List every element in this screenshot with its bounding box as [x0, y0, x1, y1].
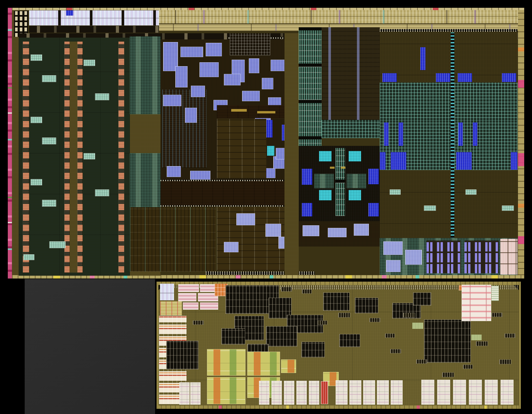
phy-lane-tile [363, 380, 375, 405]
gpu-center-spine [70, 42, 77, 273]
gpu-teal-cells [95, 189, 109, 196]
sram-patch [167, 166, 181, 177]
sram-patch [236, 213, 255, 225]
sram-vertical [458, 123, 463, 146]
royal-sram-block [511, 152, 517, 170]
pink-analog-tile [200, 302, 218, 310]
npu-cyan-tile [319, 190, 331, 200]
phy-lane-tile [284, 381, 294, 405]
phy-lane-tile [179, 382, 190, 405]
cell-cluster [317, 321, 327, 325]
pcore-sram-chunk [436, 73, 450, 82]
gpu-teal-cells [95, 93, 109, 100]
metal-fleck [231, 109, 247, 112]
white-grid-block [230, 33, 270, 55]
pcore-sram-chunk [382, 73, 397, 82]
npu-teal-grid [347, 174, 366, 188]
phy-lane-tile [336, 380, 348, 405]
purple-sram-tile [66, 10, 73, 16]
core-teal-cells [424, 206, 436, 211]
dark-sram-array [323, 293, 350, 311]
cell-cluster [499, 359, 511, 364]
pcore-sram-chunk [502, 73, 516, 82]
sram-vertical [398, 123, 403, 146]
cell-cluster [476, 341, 488, 346]
green-analog-tile [471, 335, 482, 340]
npu-blue-tile [302, 169, 312, 185]
cell-cluster [369, 318, 380, 322]
dark-sram-array [266, 326, 297, 347]
gpu-cache-grid [130, 36, 161, 114]
core-spine [451, 32, 454, 266]
lavender-sram-row [29, 10, 159, 25]
sram-patch [224, 242, 238, 252]
phy-lane-tile [437, 380, 450, 405]
performance-core-row-2 [380, 170, 517, 238]
phy-lane-tile [296, 381, 307, 405]
cell-cluster [390, 349, 401, 353]
pink-analog-block [462, 285, 491, 321]
sram-patch [163, 95, 181, 106]
core-teal-cells [390, 189, 401, 195]
pale-analog-block [160, 301, 182, 315]
pll-striped-block [160, 284, 174, 300]
npu-blue-tile [368, 203, 379, 216]
gpu-teal-cells [84, 60, 95, 66]
dark-sram-array [221, 328, 245, 344]
dark-sram-array [339, 334, 360, 347]
seal-ring-left-icon [8, 8, 12, 279]
sram-patch [242, 91, 260, 101]
seal-ring-bottom [156, 405, 521, 409]
striped-row-block [217, 119, 266, 179]
phy-lane-tile [485, 380, 498, 405]
npu-cyan-tile [319, 151, 331, 161]
cell-cluster [193, 321, 204, 325]
npu-blue-tile [302, 203, 312, 216]
sram-patch [354, 224, 369, 236]
background-mat [25, 279, 155, 414]
cell-cluster [442, 372, 454, 377]
pin-row [380, 29, 517, 32]
purple-bracket-cache [427, 241, 461, 273]
sram-patch [271, 60, 286, 71]
royal-sram-block [391, 152, 406, 170]
analog-detail-block [491, 286, 499, 301]
cell-cluster [416, 359, 427, 364]
phy-lane-tile [391, 380, 403, 405]
gpu-orange-sram-column [23, 42, 29, 273]
pink-analog-tile [183, 302, 198, 310]
pink-analog-tile [178, 284, 199, 292]
metal-fleck [330, 167, 335, 169]
sram-patch [190, 171, 210, 180]
npu-cyan-tile [349, 151, 361, 161]
dark-sram-array [166, 341, 198, 369]
sram-patch [181, 47, 203, 57]
sram-patch [405, 250, 422, 265]
phy-lane-tile [469, 380, 482, 405]
dark-sram-array [355, 298, 378, 313]
pink-analog-tile [200, 284, 215, 292]
cell-cluster [302, 289, 312, 294]
bottom-die [156, 282, 521, 409]
sram-patch [386, 260, 401, 272]
gpu-orange-sram-column [77, 42, 83, 273]
cyan-tile [267, 146, 274, 156]
cell-cluster [281, 287, 292, 291]
e-cluster-cache-band [322, 120, 380, 138]
npu-cyan-tile [349, 190, 361, 200]
pink-analog-tile [178, 293, 196, 301]
pcore-sram-strip [420, 47, 425, 70]
metal-fleck [341, 167, 345, 169]
gpu-teal-cells [42, 138, 56, 144]
pin-row [161, 205, 286, 207]
seal-ring-top [12, 8, 524, 10]
sram-underrow [29, 26, 159, 33]
cell-cluster [338, 313, 350, 317]
sram-patch [175, 66, 188, 87]
dark-sram-array [413, 293, 431, 306]
dark-sram-array [424, 320, 471, 363]
royal-sram-block [456, 152, 472, 170]
metal-fleck [257, 111, 275, 113]
dark-sram-array [301, 342, 325, 357]
purple-bracket-cache [464, 241, 499, 273]
